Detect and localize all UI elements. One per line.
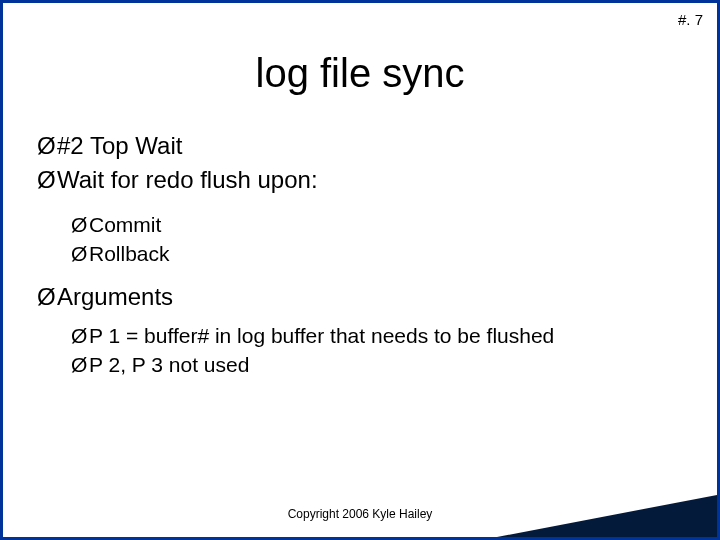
bullet-level1: ØArguments (37, 281, 689, 313)
bullet-icon: Ø (37, 130, 57, 162)
slide: #. 7 log file sync Ø#2 Top Wait ØWait fo… (0, 0, 720, 540)
slide-body: Ø#2 Top Wait ØWait for redo flush upon: … (3, 130, 717, 380)
bullet-text: Rollback (89, 242, 170, 265)
bullet-text: Wait for redo flush upon: (57, 166, 318, 193)
bullet-icon: Ø (71, 351, 89, 379)
page-number: #. 7 (678, 11, 703, 28)
corner-decoration (497, 495, 717, 537)
bullet-icon: Ø (37, 164, 57, 196)
slide-title: log file sync (3, 51, 717, 96)
bullet-icon: Ø (37, 281, 57, 313)
bullet-text: Arguments (57, 283, 173, 310)
bullet-icon: Ø (71, 240, 89, 268)
bullet-text: #2 Top Wait (57, 132, 182, 159)
bullet-level2: ØCommit (37, 211, 689, 239)
bullet-text: P 2, P 3 not used (89, 353, 249, 376)
bullet-level2: ØRollback (37, 240, 689, 268)
bullet-level2: ØP 1 = buffer# in log buffer that needs … (37, 322, 689, 350)
bullet-icon: Ø (71, 211, 89, 239)
bullet-icon: Ø (71, 322, 89, 350)
bullet-level1: ØWait for redo flush upon: (37, 164, 689, 196)
bullet-level2: ØP 2, P 3 not used (37, 351, 689, 379)
bullet-level1: Ø#2 Top Wait (37, 130, 689, 162)
bullet-text: Commit (89, 213, 161, 236)
bullet-text: P 1 = buffer# in log buffer that needs t… (89, 324, 554, 347)
